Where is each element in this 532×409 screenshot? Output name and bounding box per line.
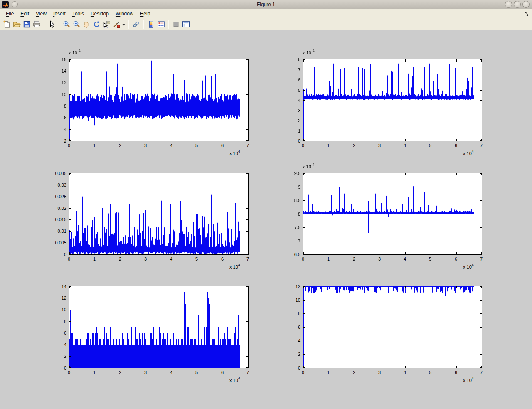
x-tick-label: 1 — [327, 256, 330, 261]
x-tick-label: 6 — [221, 143, 224, 148]
x-tick-label: 6 — [455, 143, 457, 148]
edit-plot-button[interactable] — [47, 19, 57, 29]
x-tick-label: 2 — [353, 370, 355, 375]
x-tick-label: 5 — [195, 143, 198, 148]
x-tick-label: 5 — [429, 370, 431, 375]
x-tick-label: 5 — [429, 256, 431, 261]
x-axis-multiplier: x 104 — [463, 377, 474, 383]
toolbar-separator — [128, 20, 129, 29]
x-tick-label: 0 — [68, 256, 70, 261]
y-tick-label: 14 — [47, 284, 66, 289]
zoom-in-button[interactable] — [62, 19, 71, 29]
y-tick-label: 6.5 — [281, 252, 300, 257]
figure-toolbar — [0, 18, 532, 30]
x-tick-label: 2 — [119, 370, 121, 375]
x-tick-label: 5 — [429, 143, 431, 148]
y-tick-label: 6 — [281, 77, 300, 82]
subplot-5-plot-area — [69, 286, 249, 368]
subplot-3: 0123456700.0050.010.0150.020.0250.030.03… — [69, 173, 248, 254]
brush-dropdown[interactable] — [121, 19, 126, 29]
dock-figure-icon[interactable] — [524, 11, 529, 18]
y-axis-multiplier: x 10-4 — [69, 49, 81, 55]
y-tick-label: 7.5 — [281, 225, 300, 230]
titlebar[interactable]: Figure 1 — [0, 0, 532, 9]
menu-tools[interactable]: Tools — [69, 10, 87, 18]
x-tick-label: 2 — [353, 256, 355, 261]
x-tick-label: 0 — [68, 370, 70, 375]
y-tick-label: 4 — [47, 127, 66, 132]
y-tick-label: 12 — [281, 284, 300, 289]
hide-plot-tools-button[interactable] — [171, 19, 181, 29]
y-tick-label: 0.01 — [47, 229, 66, 234]
rotate-3d-button[interactable] — [91, 19, 101, 29]
insert-legend-button[interactable] — [156, 19, 166, 29]
menu-file[interactable]: File — [2, 10, 17, 18]
y-tick-label: 5 — [281, 88, 300, 93]
subplot-6: 01234567024681012x 104 — [303, 286, 481, 367]
menu-help[interactable]: Help — [137, 10, 154, 18]
subplot-5: 0123456702468101214x 104 — [69, 286, 248, 367]
window-controls — [505, 1, 530, 8]
show-plot-tools-button[interactable] — [181, 19, 191, 29]
x-tick-label: 6 — [455, 370, 457, 375]
x-tick-label: 3 — [378, 143, 381, 148]
subplot-4-plot-area — [303, 173, 482, 255]
open-file-button[interactable] — [12, 19, 22, 29]
x-axis-multiplier: x 104 — [229, 377, 240, 383]
pan-button[interactable] — [81, 19, 91, 29]
x-tick-label: 3 — [144, 370, 147, 375]
subplot-6-signal — [303, 286, 482, 368]
y-tick-label: 9 — [281, 185, 300, 190]
x-tick-label: 7 — [480, 143, 483, 148]
toolbar-separator — [44, 20, 44, 29]
maximize-button[interactable] — [514, 1, 521, 8]
menu-view[interactable]: View — [32, 10, 50, 18]
y-tick-label: 4 — [281, 338, 300, 343]
x-tick-label: 4 — [404, 256, 406, 261]
toolbar-separator — [168, 20, 169, 29]
x-tick-label: 4 — [170, 370, 172, 375]
y-tick-label: 10 — [47, 307, 66, 312]
y-tick-label: 7 — [281, 67, 300, 72]
x-tick-label: 6 — [221, 256, 224, 261]
x-axis-multiplier: x 104 — [229, 150, 240, 156]
subplot-5-signal — [69, 286, 248, 368]
y-tick-label: 10 — [281, 298, 300, 303]
link-plot-button[interactable] — [131, 19, 141, 29]
print-figure-button[interactable] — [32, 19, 42, 29]
x-tick-label: 1 — [93, 143, 96, 148]
menu-insert[interactable]: Insert — [50, 10, 69, 18]
y-tick-label: 3 — [281, 108, 300, 113]
new-figure-button[interactable] — [2, 19, 12, 29]
x-tick-label: 0 — [302, 143, 304, 148]
subplot-6-plot-area — [303, 286, 482, 368]
menu-window[interactable]: Window — [112, 10, 137, 18]
insert-colorbar-button[interactable] — [146, 19, 156, 29]
x-tick-label: 5 — [195, 256, 198, 261]
data-cursor-button[interactable] — [101, 19, 111, 29]
y-tick-label: 16 — [47, 57, 66, 62]
y-tick-label: 8 — [281, 212, 300, 217]
y-tick-label: 2 — [281, 352, 300, 357]
brush-data-button[interactable] — [111, 19, 121, 29]
y-tick-label: 1 — [281, 128, 300, 133]
y-tick-label: 0 — [281, 138, 300, 143]
y-tick-label: 0.015 — [47, 217, 66, 222]
y-tick-label: 0.02 — [47, 206, 66, 211]
save-figure-button[interactable] — [22, 19, 32, 29]
x-tick-label: 5 — [195, 370, 198, 375]
x-tick-label: 4 — [404, 143, 406, 148]
zoom-out-button[interactable] — [71, 19, 81, 29]
subplot-2-plot-area — [303, 59, 482, 141]
close-button[interactable] — [522, 1, 530, 8]
x-tick-label: 7 — [480, 370, 483, 375]
y-tick-label: 12 — [47, 296, 66, 301]
x-tick-label: 2 — [119, 256, 121, 261]
menu-edit[interactable]: Edit — [17, 10, 32, 18]
y-tick-label: 8 — [281, 57, 300, 62]
menu-desktop[interactable]: Desktop — [87, 10, 112, 18]
menubar: FileEditViewInsertToolsDesktopWindowHelp — [0, 9, 532, 18]
minimize-button[interactable] — [505, 1, 512, 8]
y-tick-label: 4 — [47, 342, 66, 347]
x-tick-label: 0 — [302, 370, 304, 375]
